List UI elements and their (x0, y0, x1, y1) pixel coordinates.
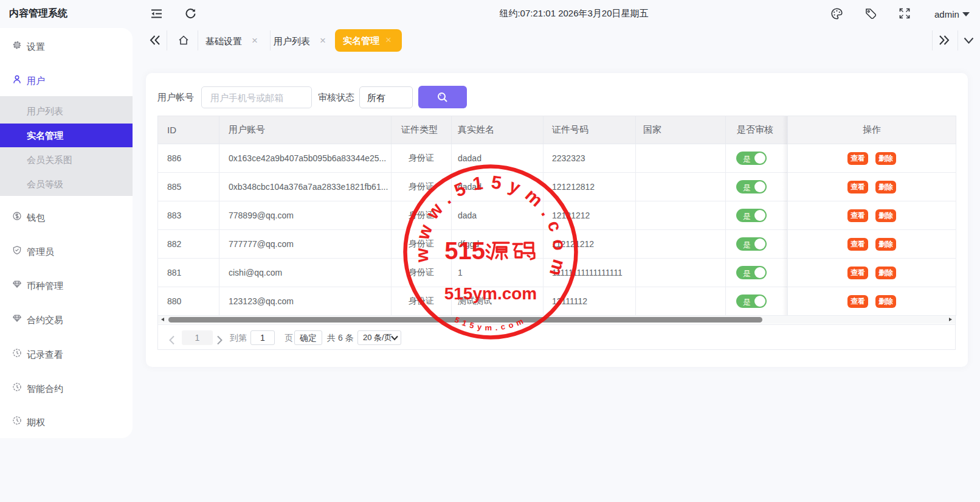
svg-text:515ym.com: 515ym.com (454, 315, 528, 333)
svg-text:515ym.com: 515ym.com (444, 284, 537, 303)
svg-text:515: 515 (444, 237, 485, 264)
